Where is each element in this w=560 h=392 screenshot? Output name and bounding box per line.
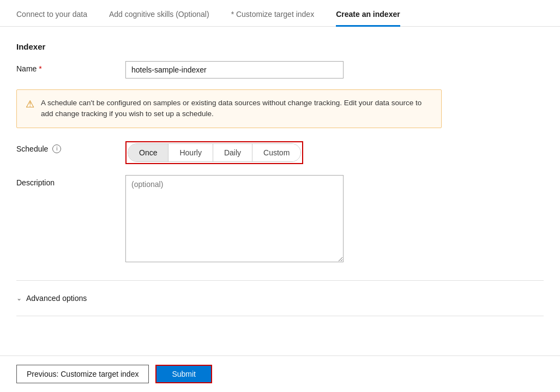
advanced-options-label: Advanced options bbox=[26, 294, 87, 303]
schedule-option-once[interactable]: Once bbox=[128, 144, 168, 161]
description-form-row: Description bbox=[16, 175, 544, 264]
submit-button[interactable]: Submit bbox=[155, 365, 212, 383]
tab-connect[interactable]: Connect to your data bbox=[16, 10, 87, 27]
warning-banner: ⚠ A schedule can't be configured on samp… bbox=[16, 89, 442, 128]
name-label: Name * bbox=[16, 61, 125, 73]
footer: Previous: Customize target index Submit bbox=[0, 355, 560, 392]
section-heading: Indexer bbox=[16, 42, 544, 51]
schedule-form-row: Schedule i Once Hourly Daily Custom bbox=[16, 141, 544, 164]
tab-navigation: Connect to your data Add cognitive skill… bbox=[0, 0, 560, 27]
schedule-option-custom[interactable]: Custom bbox=[252, 144, 300, 161]
tab-cognitive[interactable]: Add cognitive skills (Optional) bbox=[109, 10, 209, 27]
schedule-group: Once Hourly Daily Custom bbox=[128, 143, 301, 162]
schedule-label: Schedule i bbox=[16, 141, 125, 153]
prev-button[interactable]: Previous: Customize target index bbox=[16, 365, 149, 383]
main-content: Indexer Name * ⚠ A schedule can't be con… bbox=[0, 27, 560, 355]
schedule-control: Once Hourly Daily Custom bbox=[125, 141, 344, 164]
schedule-option-daily[interactable]: Daily bbox=[213, 144, 252, 161]
schedule-once-highlight: Once Hourly Daily Custom bbox=[125, 141, 303, 164]
schedule-info-icon[interactable]: i bbox=[52, 144, 61, 153]
name-form-row: Name * bbox=[16, 61, 544, 79]
required-indicator: * bbox=[39, 64, 41, 73]
tab-customize[interactable]: * Customize target index bbox=[231, 10, 315, 27]
tab-indexer[interactable]: Create an indexer bbox=[336, 10, 400, 27]
name-input[interactable] bbox=[125, 61, 344, 79]
divider-1 bbox=[16, 280, 544, 281]
chevron-down-icon: ⌄ bbox=[16, 294, 22, 302]
warning-text: A schedule can't be configured on sample… bbox=[41, 98, 432, 120]
divider-2 bbox=[16, 316, 544, 316]
description-textarea[interactable] bbox=[125, 175, 344, 262]
schedule-option-hourly[interactable]: Hourly bbox=[168, 144, 213, 161]
description-field-wrapper bbox=[125, 175, 344, 264]
description-label: Description bbox=[16, 175, 125, 187]
name-field-wrapper bbox=[125, 61, 344, 79]
warning-icon: ⚠ bbox=[26, 98, 34, 110]
advanced-options-toggle[interactable]: ⌄ Advanced options bbox=[16, 286, 544, 310]
